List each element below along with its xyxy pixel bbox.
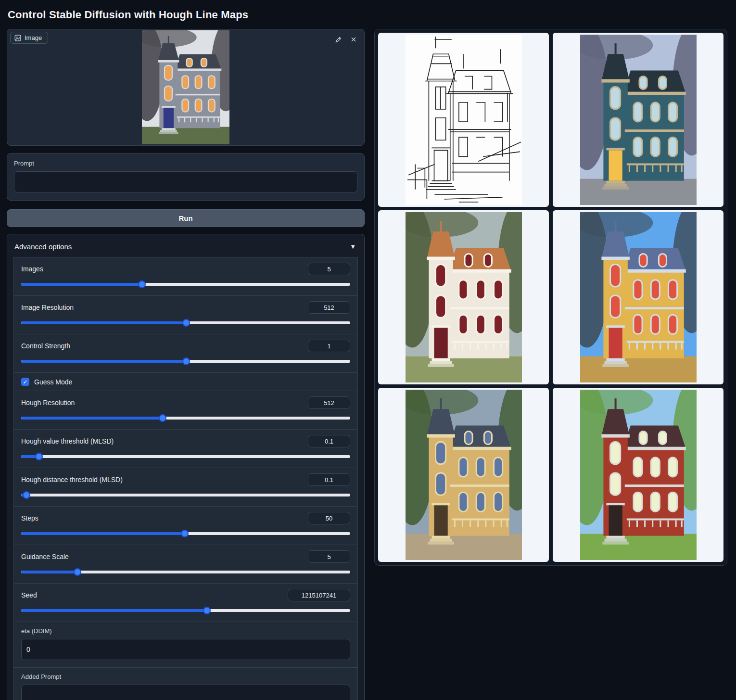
slider-block-seed: Seed 1215107241 (13, 583, 358, 622)
slider-thumb[interactable] (182, 319, 190, 327)
slider-thumb[interactable] (23, 491, 30, 499)
slider-label: Control Strength (21, 342, 70, 350)
images-slider[interactable] (21, 280, 350, 288)
image-input-label-chip: Image (10, 32, 48, 44)
slider-value-input[interactable]: 512 (308, 301, 350, 314)
slider-block-control-strength: Control Strength 1 (13, 334, 358, 373)
hough-distance-threshold-slider[interactable] (21, 491, 350, 499)
added-prompt-block: Added Prompt (13, 667, 358, 700)
slider-thumb[interactable] (181, 530, 189, 537)
slider-block-steps: Steps 50 (13, 506, 358, 545)
slider-label: Hough value threshold (MLSD) (21, 437, 114, 445)
slider-value-input[interactable]: 5 (308, 263, 350, 275)
gallery-item-generated-1[interactable] (553, 33, 723, 207)
guess-mode-label: Guess Mode (34, 378, 72, 386)
slider-value-input[interactable]: 5 (308, 550, 350, 563)
prompt-panel: Prompt (7, 153, 365, 201)
slider-thumb[interactable] (182, 357, 190, 365)
slider-block-image-resolution: Image Resolution 512 (13, 295, 358, 334)
slider-value-input[interactable]: 1 (308, 340, 350, 352)
image-input-panel[interactable]: Image (7, 29, 365, 146)
seed-slider[interactable] (21, 607, 350, 614)
clear-image-button[interactable] (348, 34, 359, 45)
page-title: Control Stable Diffusion with Hough Line… (8, 9, 727, 21)
slider-value-input[interactable]: 0.1 (308, 435, 350, 447)
guess-mode-row: ✓ Guess Mode (13, 372, 358, 391)
slider-label: Hough distance threshold (MLSD) (21, 476, 123, 484)
slider-block-hough-distance-threshold: Hough distance threshold (MLSD) 0.1 (13, 468, 358, 507)
close-icon (350, 36, 357, 43)
eta-ddim-label: eta (DDIM) (21, 627, 350, 635)
slider-label: Hough Resolution (21, 399, 75, 407)
advanced-options-header[interactable]: Advanced options ▼ (13, 240, 358, 257)
image-input-label: Image (25, 34, 42, 41)
image-icon (14, 35, 21, 41)
hough-value-threshold-slider[interactable] (21, 453, 350, 460)
slider-block-hough-value-threshold: Hough value threshold (MLSD) 0.1 (13, 429, 358, 468)
slider-label: Seed (21, 591, 37, 599)
prompt-label: Prompt (14, 160, 357, 167)
slider-label: Image Resolution (21, 304, 74, 311)
added-prompt-label: Added Prompt (21, 673, 350, 680)
pencil-icon (335, 36, 342, 43)
added-prompt-input[interactable] (21, 685, 350, 700)
hough-resolution-slider[interactable] (21, 414, 350, 422)
advanced-options-accordion: Advanced options ▼ Images 5 (7, 234, 365, 700)
slider-thumb[interactable] (74, 568, 81, 576)
slider-thumb[interactable] (138, 280, 146, 288)
controls-column: Image (7, 29, 365, 700)
output-column (374, 29, 727, 566)
slider-thumb[interactable] (35, 453, 43, 460)
eta-ddim-block: eta (DDIM) (13, 622, 358, 668)
gallery-item-generated-5[interactable] (553, 388, 723, 562)
slider-label: Images (21, 265, 43, 273)
slider-block-images: Images 5 (13, 257, 358, 296)
run-button[interactable]: Run (7, 209, 365, 227)
steps-slider[interactable] (21, 530, 350, 537)
guidance-scale-slider[interactable] (21, 568, 350, 576)
slider-thumb[interactable] (203, 607, 211, 614)
image-resolution-slider[interactable] (21, 319, 350, 327)
app-root: Control Stable Diffusion with Hough Line… (0, 0, 736, 700)
edit-image-button[interactable] (332, 34, 344, 45)
prompt-input[interactable] (14, 171, 357, 192)
slider-value-input[interactable]: 0.1 (308, 473, 350, 486)
eta-ddim-input[interactable] (21, 639, 350, 660)
chevron-down-icon: ▼ (350, 243, 356, 250)
gallery-item-generated-2[interactable] (378, 210, 549, 384)
slider-value-input[interactable]: 1215107241 (288, 589, 350, 601)
slider-value-input[interactable]: 512 (308, 396, 350, 409)
gallery-item-hough-line-map[interactable] (378, 33, 549, 207)
gallery-item-generated-3[interactable] (553, 210, 723, 384)
slider-thumb[interactable] (159, 414, 166, 422)
slider-value-input[interactable]: 50 (308, 512, 350, 524)
slider-label: Guidance Scale (21, 553, 69, 560)
slider-label: Steps (21, 514, 38, 522)
advanced-options-title: Advanced options (14, 242, 72, 251)
slider-block-hough-resolution: Hough Resolution 512 (13, 391, 358, 430)
result-gallery (374, 29, 727, 566)
guess-mode-checkbox[interactable]: ✓ (21, 378, 29, 386)
control-strength-slider[interactable] (21, 357, 350, 365)
check-icon: ✓ (23, 379, 27, 385)
gallery-item-generated-4[interactable] (378, 388, 549, 562)
uploaded-house-photo (142, 30, 229, 144)
slider-block-guidance-scale: Guidance Scale 5 (13, 545, 358, 584)
